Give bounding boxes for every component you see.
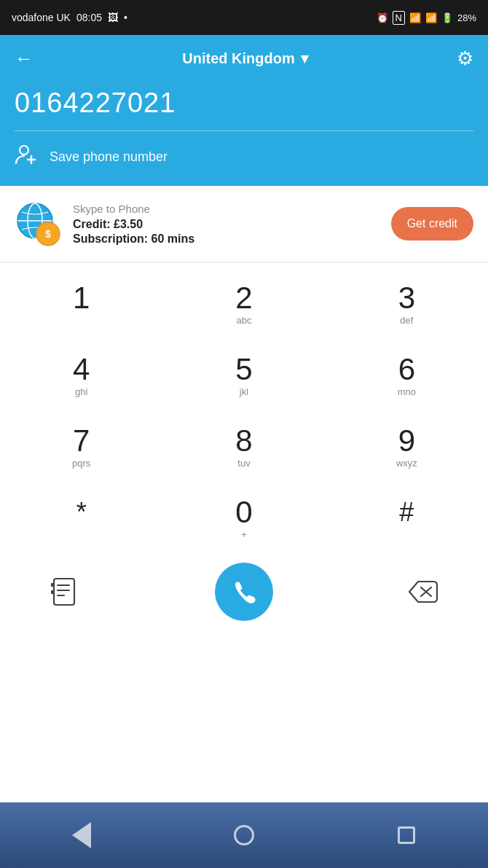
dial-num-3: 3 [398, 283, 415, 313]
dial-num-4: 4 [73, 354, 90, 385]
svg-rect-12 [51, 583, 54, 587]
settings-icon[interactable]: ⚙ [457, 47, 473, 70]
svg-text:$: $ [45, 228, 51, 240]
carrier-label: vodafone UK [12, 12, 71, 23]
dial-num-9: 9 [398, 426, 415, 456]
svg-point-0 [20, 146, 28, 155]
nav-recent-button[interactable] [385, 813, 428, 857]
skype-to-phone-section: $ Skype to Phone Credit: £3.50 Subscript… [0, 186, 488, 262]
status-left: vodafone UK 08:05 🖼 • [12, 12, 127, 23]
dial-letters-4: ghi [75, 386, 87, 399]
dialpad-grid: 1 2 abc 3 def 4 ghi 5 jkl 6 mno 7 pqrs [0, 270, 488, 555]
credit-amount: Credit: £3.50 [73, 218, 391, 231]
battery-icon: 🔋 [441, 12, 453, 23]
dial-letters-6: mno [398, 386, 416, 399]
dial-num-hash: # [399, 499, 414, 525]
dial-key-6[interactable]: 6 mno [326, 341, 488, 413]
dial-key-7[interactable]: 7 pqrs [0, 413, 162, 484]
dial-key-hash[interactable]: # [326, 484, 488, 555]
dial-key-5[interactable]: 5 jkl [162, 341, 325, 413]
dial-key-3[interactable]: 3 def [326, 270, 488, 341]
nav-back-button[interactable] [60, 813, 103, 857]
country-label: United Kingdom [182, 50, 294, 67]
dial-key-star[interactable]: * [0, 484, 162, 555]
dial-num-star: * [76, 499, 87, 525]
dial-num-5: 5 [235, 354, 252, 385]
signal-icon: 📶 [425, 12, 437, 23]
photo-icon: 🖼 [108, 12, 118, 23]
dial-num-2: 2 [235, 283, 252, 313]
save-number-label: Save phone number [50, 149, 168, 165]
dial-key-9[interactable]: 9 wxyz [326, 413, 488, 484]
dropdown-icon[interactable]: ▾ [301, 50, 308, 67]
dial-letters-9: wxyz [396, 458, 417, 471]
dial-key-1[interactable]: 1 [0, 270, 162, 341]
dial-key-8[interactable]: 8 tuv [162, 413, 325, 484]
backspace-button[interactable] [401, 570, 444, 614]
alarm-icon: ⏰ [377, 12, 388, 23]
back-nav-icon [72, 822, 91, 848]
battery-label: 28% [457, 12, 476, 23]
dial-num-6: 6 [398, 354, 415, 385]
call-icon [230, 578, 258, 606]
dial-letters-3: def [400, 315, 413, 328]
nav-bar [0, 802, 488, 868]
dial-key-4[interactable]: 4 ghi [0, 341, 162, 413]
dialpad: 1 2 abc 3 def 4 ghi 5 jkl 6 mno 7 pqrs [0, 262, 488, 628]
subscription-info: Subscription: 60 mins [73, 232, 391, 246]
back-button[interactable]: ← [15, 47, 34, 70]
dial-num-1: 1 [73, 283, 90, 313]
dial-key-0[interactable]: 0 + [162, 484, 325, 555]
svg-rect-8 [54, 579, 74, 605]
home-nav-icon [234, 825, 254, 845]
header-top: ← United Kingdom ▾ ⚙ [15, 35, 473, 82]
skype-to-phone-label: Skype to Phone [73, 203, 391, 215]
dial-letters-7: pqrs [72, 458, 90, 471]
nfc-icon: N [393, 11, 405, 25]
phone-number-display: 0164227021 [15, 82, 473, 130]
svg-rect-13 [51, 590, 54, 594]
skype-phone-icon: $ [15, 200, 61, 247]
dial-letters-0: + [241, 529, 247, 542]
dial-num-0: 0 [235, 497, 252, 528]
dial-letters-5: jkl [240, 386, 248, 399]
dial-num-7: 7 [73, 426, 90, 456]
header: ← United Kingdom ▾ ⚙ 0164227021 Save pho… [0, 35, 488, 186]
contacts-icon [50, 576, 82, 608]
get-credit-button[interactable]: Get credit [391, 207, 473, 241]
time-label: 08:05 [76, 12, 102, 23]
contacts-button[interactable] [44, 570, 87, 614]
status-bar: vodafone UK 08:05 🖼 • ⏰ N 📶 📶 🔋 28% [0, 0, 488, 35]
dial-key-2[interactable]: 2 abc [162, 270, 325, 341]
header-title: United Kingdom ▾ [182, 50, 307, 67]
backspace-icon [406, 579, 438, 605]
recent-nav-icon [398, 826, 415, 844]
call-button[interactable] [215, 563, 273, 621]
dial-letters-8: tuv [237, 458, 250, 471]
skype-info: Skype to Phone Credit: £3.50 Subscriptio… [73, 203, 391, 246]
save-contact-icon [15, 143, 38, 171]
save-number-row[interactable]: Save phone number [15, 131, 473, 186]
nav-home-button[interactable] [222, 813, 266, 857]
dot-icon: • [124, 12, 127, 23]
wifi-icon: 📶 [409, 12, 421, 23]
dial-num-8: 8 [235, 426, 252, 456]
action-row [0, 555, 488, 628]
status-right: ⏰ N 📶 📶 🔋 28% [377, 11, 476, 25]
dial-letters-2: abc [237, 315, 252, 328]
